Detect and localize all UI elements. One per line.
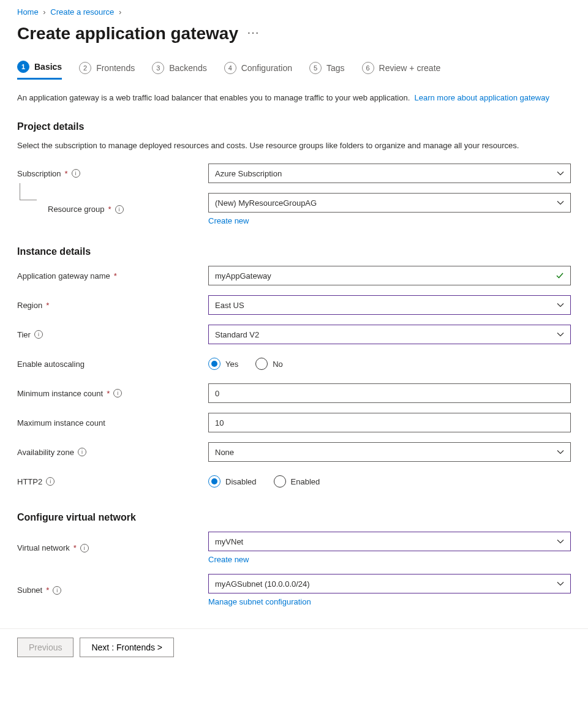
breadcrumb-home[interactable]: Home — [17, 7, 39, 17]
subnet-value: myAGSubnet (10.0.0.0/24) — [215, 579, 310, 589]
radio-label: Disabled — [225, 477, 257, 486]
tab-configuration[interactable]: 4 Configuration — [224, 61, 292, 80]
chevron-down-icon — [557, 199, 564, 206]
project-details-heading: Project details — [17, 121, 571, 132]
project-details-desc: Select the subscription to manage deploy… — [17, 140, 571, 152]
http2-enabled-radio[interactable]: Enabled — [274, 475, 320, 488]
info-icon[interactable]: i — [46, 477, 55, 486]
tab-tags[interactable]: 5 Tags — [309, 61, 345, 80]
tab-label: Tags — [326, 63, 345, 73]
autoscaling-yes-radio[interactable]: Yes — [208, 358, 238, 370]
tier-select[interactable]: Standard V2 — [208, 325, 571, 344]
breadcrumb-sep: › — [119, 7, 121, 17]
tab-label: Backends — [169, 63, 206, 73]
chevron-down-icon — [557, 580, 564, 587]
chevron-down-icon — [557, 538, 564, 545]
required-indicator: * — [65, 169, 68, 178]
autoscaling-no-radio[interactable]: No — [255, 358, 283, 370]
tab-number-icon: 5 — [309, 62, 322, 74]
page-title: Create application gateway — [17, 24, 238, 43]
resource-group-value: (New) MyResourceGroupAG — [215, 198, 317, 208]
availability-zone-value: None — [215, 448, 234, 457]
required-indicator: * — [74, 543, 77, 552]
region-label: Region — [17, 301, 42, 310]
manage-subnet-link[interactable]: Manage subnet configuration — [208, 597, 311, 606]
breadcrumb: Home › Create a resource › — [17, 7, 571, 17]
tab-backends[interactable]: 3 Backends — [152, 61, 206, 80]
gateway-name-input[interactable]: myAppGateway — [208, 266, 571, 285]
info-icon[interactable]: i — [72, 169, 80, 178]
learn-more-link[interactable]: Learn more about application gateway — [414, 93, 549, 102]
tab-label: Basics — [34, 62, 62, 72]
vnet-select[interactable]: myVNet — [208, 532, 571, 551]
tab-label: Review + create — [379, 63, 441, 73]
region-select[interactable]: East US — [208, 295, 571, 315]
tier-label: Tier — [17, 330, 31, 339]
region-value: East US — [215, 301, 244, 310]
resource-group-label: Resource group — [48, 205, 105, 214]
min-instance-input[interactable]: 0 — [208, 383, 571, 403]
radio-label: Yes — [225, 360, 238, 369]
next-button[interactable]: Next : Frontends > — [80, 638, 174, 657]
required-indicator: * — [114, 271, 117, 281]
autoscaling-label: Enable autoscaling — [17, 360, 85, 369]
breadcrumb-create-resource[interactable]: Create a resource — [50, 7, 114, 17]
info-icon[interactable]: i — [34, 330, 43, 339]
required-indicator: * — [108, 205, 111, 214]
subnet-select[interactable]: myAGSubnet (10.0.0.0/24) — [208, 574, 571, 593]
http2-disabled-radio[interactable]: Disabled — [208, 475, 257, 488]
subscription-label: Subscription — [17, 169, 61, 178]
create-new-rg-link[interactable]: Create new — [208, 216, 249, 225]
wizard-footer: Previous Next : Frontends > — [0, 628, 588, 666]
gateway-name-label: Application gateway name — [17, 271, 110, 281]
max-instance-label: Maximum instance count — [17, 418, 105, 428]
min-instance-value: 0 — [215, 389, 219, 398]
subnet-label: Subnet — [17, 586, 42, 595]
tab-review-create[interactable]: 6 Review + create — [362, 61, 441, 80]
subscription-value: Azure Subscription — [215, 169, 282, 178]
wizard-tabs: 1 Basics 2 Frontends 3 Backends 4 Config… — [17, 61, 571, 80]
more-icon[interactable]: ⋯ — [247, 26, 259, 41]
chevron-down-icon — [557, 331, 564, 338]
info-icon[interactable]: i — [80, 544, 89, 552]
vnet-heading: Configure virtual network — [17, 512, 571, 523]
vnet-label: Virtual network — [17, 543, 70, 552]
breadcrumb-sep: › — [43, 7, 45, 17]
resource-group-select[interactable]: (New) MyResourceGroupAG — [208, 193, 571, 213]
tab-label: Frontends — [96, 63, 135, 73]
availability-zone-label: Availability zone — [17, 448, 74, 457]
tier-value: Standard V2 — [215, 330, 259, 339]
availability-zone-select[interactable]: None — [208, 442, 571, 462]
instance-details-heading: Instance details — [17, 246, 571, 257]
tab-number-icon: 1 — [17, 61, 29, 73]
http2-label: HTTP2 — [17, 477, 42, 486]
info-icon[interactable]: i — [53, 586, 61, 595]
chevron-down-icon — [557, 301, 564, 309]
info-icon[interactable]: i — [113, 389, 122, 397]
intro-body: An application gateway is a web traffic … — [17, 93, 410, 102]
required-indicator: * — [46, 586, 49, 595]
min-instance-label: Minimum instance count — [17, 389, 103, 398]
check-icon — [556, 271, 564, 280]
create-new-vnet-link[interactable]: Create new — [208, 555, 249, 564]
info-icon[interactable]: i — [115, 205, 124, 214]
tab-number-icon: 3 — [152, 62, 164, 74]
required-indicator: * — [46, 301, 49, 310]
chevron-down-icon — [557, 170, 564, 177]
max-instance-input[interactable]: 10 — [208, 413, 571, 432]
chevron-down-icon — [557, 448, 564, 456]
info-icon[interactable]: i — [78, 448, 86, 456]
tab-frontends[interactable]: 2 Frontends — [79, 61, 135, 80]
radio-label: No — [273, 360, 283, 369]
intro-text: An application gateway is a web traffic … — [17, 92, 571, 104]
tab-number-icon: 6 — [362, 62, 374, 74]
vnet-value: myVNet — [215, 537, 243, 546]
required-indicator: * — [107, 389, 110, 398]
gateway-name-value: myAppGateway — [215, 271, 271, 281]
tab-basics[interactable]: 1 Basics — [17, 61, 62, 80]
tab-number-icon: 2 — [79, 62, 91, 74]
previous-button: Previous — [17, 638, 74, 657]
subscription-select[interactable]: Azure Subscription — [208, 164, 571, 183]
tab-label: Configuration — [241, 63, 292, 73]
radio-label: Enabled — [291, 477, 320, 486]
